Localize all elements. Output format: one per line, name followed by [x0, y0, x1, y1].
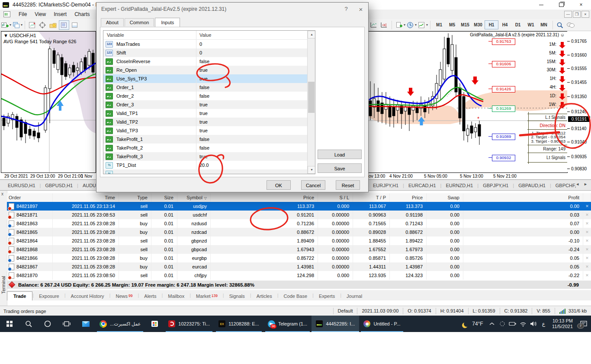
tf-d1[interactable]: D1: [511, 21, 524, 29]
menu-charts[interactable]: Charts: [71, 10, 93, 19]
taskbar-telegram-app[interactable]: 96 Telegram (1...: [263, 316, 312, 332]
tab-experts[interactable]: Experts: [314, 292, 340, 300]
close-order-icon[interactable]: ✕: [583, 236, 591, 245]
chat-icon[interactable]: [566, 21, 575, 29]
param-row[interactable]: 123MaxTrades0: [103, 40, 315, 48]
taskbar-paint-app[interactable]: Untitled - P...: [359, 316, 405, 332]
tray-wifi-icon[interactable]: [518, 316, 528, 332]
tf-m1[interactable]: M1: [433, 21, 446, 29]
period-icon[interactable]: [406, 21, 415, 29]
orders-col-header[interactable]: T / P: [353, 193, 390, 202]
tray-battery-icon[interactable]: [507, 316, 518, 332]
tf-m15[interactable]: M15: [459, 21, 472, 29]
new-order-caret-icon[interactable]: ▾: [404, 23, 405, 27]
tab-market[interactable]: Market139: [191, 292, 223, 300]
scroll-down-icon[interactable]: ▼: [308, 166, 315, 174]
cortana-button[interactable]: [38, 316, 57, 332]
save-button[interactable]: Save: [318, 163, 362, 173]
zoom-in-icon[interactable]: [556, 21, 565, 29]
period-caret-icon[interactable]: ▾: [415, 23, 417, 27]
taskbar-app-10223275[interactable]: 10223275: Ti...: [164, 316, 214, 332]
new-chart-icon[interactable]: [0, 21, 10, 29]
order-row[interactable]: 848218972021.11.05 23:13:14sell0.01usdjp…: [7, 202, 591, 211]
load-button[interactable]: Load: [318, 150, 362, 159]
tf-w1[interactable]: W1: [524, 21, 537, 29]
param-row[interactable]: Valid_TP3true: [103, 126, 315, 135]
scroll-thumb[interactable]: [308, 82, 315, 113]
close-order-icon[interactable]: ✕: [583, 202, 591, 211]
orders-col-header[interactable]: Order: [7, 193, 53, 202]
tab-news[interactable]: News99: [110, 292, 138, 300]
terminal-close-icon[interactable]: x: [1, 192, 3, 196]
chart-tab-gbpaud-h1[interactable]: GBPAUD,H1: [514, 183, 550, 188]
new-order-icon[interactable]: [395, 21, 404, 29]
tray-expand-button[interactable]: [487, 316, 497, 332]
order-row[interactable]: 848218702021.11.05 23:08:50sell0.01chfjp…: [7, 271, 591, 280]
menu-view[interactable]: View: [31, 10, 50, 19]
reset-button[interactable]: Reset: [336, 180, 360, 190]
dialog-close-button[interactable]: ×: [353, 6, 368, 13]
minimize-button[interactable]: [531, 0, 551, 10]
close-order-icon[interactable]: ✕: [583, 271, 591, 280]
mdi-close-button[interactable]: ×: [581, 11, 589, 18]
order-row[interactable]: 848218642021.11.05 23:08:28sell0.01gbpnz…: [7, 236, 591, 245]
order-row[interactable]: 848218652021.11.05 23:08:28buy0.01nzdcad…: [7, 228, 591, 236]
param-row[interactable]: Order_1false: [103, 83, 315, 92]
taskbar-app-11208288[interactable]: EX 11208288: E...: [214, 316, 263, 332]
taskbar-mt4-app[interactable]: 44452285: I...: [312, 316, 359, 332]
navigator-icon[interactable]: [59, 20, 69, 30]
task-view-button[interactable]: [57, 316, 76, 332]
chart-shift-icon[interactable]: [369, 21, 379, 29]
terminal-toggle-icon[interactable]: [70, 21, 80, 29]
tabs-scroll-right-icon[interactable]: ►: [582, 181, 589, 187]
taskbar-chrome-app[interactable]: ...عمل اكسبرت: [95, 316, 145, 332]
tf-m5[interactable]: M5: [446, 21, 459, 29]
cancel-button[interactable]: Cancel: [301, 180, 325, 190]
param-row[interactable]: Order_3true: [103, 100, 315, 109]
tf-h4[interactable]: H4: [498, 21, 511, 29]
orders-col-header[interactable]: Symbol▽: [177, 193, 211, 202]
orders-col-header[interactable]: Price: [211, 193, 318, 202]
auto-scroll-icon[interactable]: [28, 21, 37, 29]
order-row[interactable]: 848218662021.11.05 23:08:28buy0.01eurgbp…: [7, 254, 591, 262]
param-row[interactable]: Use_Sys_TP3true: [103, 74, 315, 83]
param-row[interactable]: Valid_TP1true: [103, 109, 315, 118]
menu-insert[interactable]: Insert: [50, 10, 71, 19]
mail-app-button[interactable]: [76, 316, 95, 332]
tf-m30[interactable]: M30: [472, 21, 485, 29]
tab-trade[interactable]: Trade: [7, 291, 32, 300]
tab-code-base[interactable]: Code Base: [279, 292, 312, 300]
param-row[interactable]: Order_2false: [103, 92, 315, 100]
param-row[interactable]: Re_Opentrue: [103, 66, 315, 74]
taskbar-search-button[interactable]: [19, 316, 38, 332]
tray-snip-icon[interactable]: [497, 316, 507, 332]
order-row[interactable]: 848218672021.11.05 23:08:28buy0.01eurcad…: [7, 262, 591, 271]
orders-col-header[interactable]: S / L: [318, 193, 353, 202]
menu-file[interactable]: File: [15, 10, 31, 19]
close-order-icon[interactable]: ✕: [583, 219, 591, 228]
mdi-restore-button[interactable]: ❒: [573, 11, 581, 18]
param-row[interactable]: TakeProfit_1false: [103, 135, 315, 144]
orders-col-header[interactable]: Swap: [427, 193, 463, 202]
params-scrollbar[interactable]: ▲ ▼: [307, 31, 315, 174]
param-row[interactable]: 123Shift0: [103, 48, 315, 57]
close-order-icon[interactable]: ✕: [583, 245, 591, 254]
tab-alerts[interactable]: Alerts: [139, 292, 161, 300]
tab-account-history[interactable]: Account History: [66, 292, 109, 300]
indicators-caret-icon[interactable]: ▾: [426, 23, 428, 27]
favorites-icon[interactable]: [48, 21, 58, 29]
scroll-up-icon[interactable]: ▲: [308, 31, 315, 38]
dialog-tab-about[interactable]: About: [101, 18, 124, 26]
param-row[interactable]: TakeProfit_3true: [103, 152, 315, 161]
order-row[interactable]: 848218682021.11.05 23:08:28sell0.01gbpca…: [7, 245, 591, 254]
chart-tab-eurjpy-h1[interactable]: EURJPY,H1: [369, 183, 403, 188]
dialog-tab-inputs[interactable]: Inputs: [155, 18, 180, 27]
indicators-icon[interactable]: [417, 21, 427, 29]
tab-journal[interactable]: Journal: [341, 292, 367, 300]
tab-articles[interactable]: Articles: [251, 292, 277, 300]
start-button[interactable]: [0, 316, 19, 332]
orders-col-header[interactable]: Price: [390, 193, 427, 202]
chart-tab-eurcad-h1[interactable]: EURCAD,H1: [404, 183, 440, 188]
orders-col-header[interactable]: Size: [151, 193, 177, 202]
taskbar-clock[interactable]: 10:13 PM 11/5/2021: [549, 318, 576, 329]
